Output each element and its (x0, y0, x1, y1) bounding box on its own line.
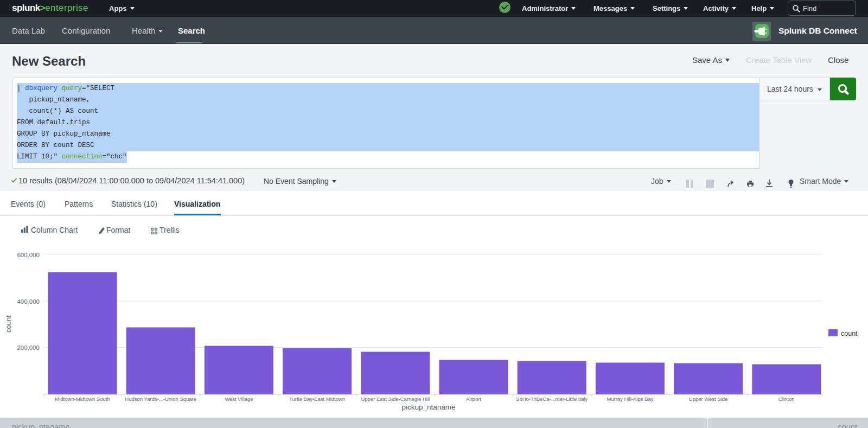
svg-text:Airport: Airport (466, 396, 481, 402)
svg-text:pickup_ntaname: pickup_ntaname (401, 403, 455, 411)
svg-text:count: count (841, 330, 858, 337)
svg-text:Midtown-Midtown South: Midtown-Midtown South (55, 396, 110, 402)
svg-text:count: count (4, 315, 12, 333)
svg-text:200,000: 200,000 (17, 344, 40, 351)
svg-text:Turtle Bay-East Midtown: Turtle Bay-East Midtown (289, 396, 345, 402)
svg-text:Upper East Side-Carnegie Hill: Upper East Side-Carnegie Hill (361, 396, 430, 402)
svg-text:SoHo-TriBeCa-...nter-Little It: SoHo-TriBeCa-...nter-Little Italy (516, 396, 588, 402)
svg-text:West Village: West Village (225, 396, 253, 402)
svg-text:Clinton: Clinton (778, 396, 795, 402)
svg-text:600,000: 600,000 (17, 252, 40, 258)
svg-text:Hudson Yards-...-Union Square: Hudson Yards-...-Union Square (125, 396, 196, 402)
svg-text:Upper West Side: Upper West Side (689, 396, 728, 402)
svg-text:Murray Hill-Kips Bay: Murray Hill-Kips Bay (607, 396, 653, 402)
svg-text:400,000: 400,000 (17, 298, 40, 305)
